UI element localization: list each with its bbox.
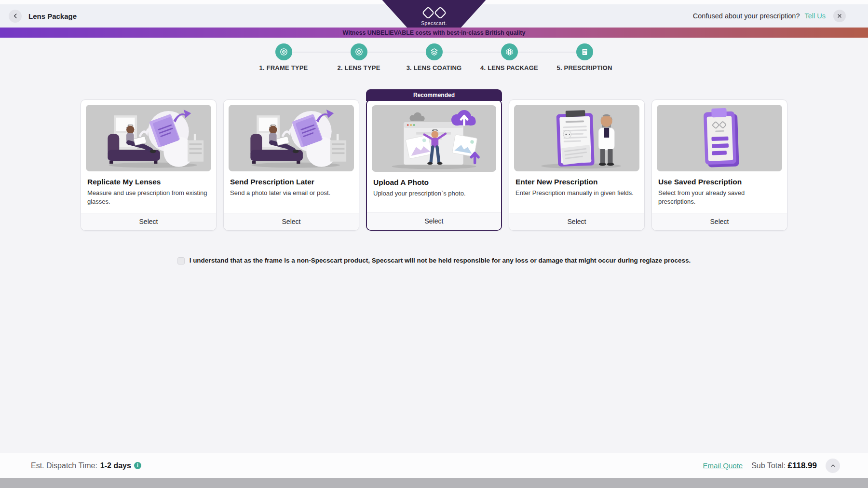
subtotal-label: Sub Total: bbox=[751, 461, 786, 470]
card-use-saved-prescription[interactable]: Use Saved Prescription Select from your … bbox=[651, 99, 787, 231]
step-label: 2. LENS TYPE bbox=[337, 64, 380, 71]
upload-illustration bbox=[372, 105, 496, 172]
help-text: Confused about your prescription? bbox=[693, 12, 800, 20]
card-title: Enter New Prescription bbox=[509, 171, 644, 189]
select-button[interactable]: Select bbox=[224, 213, 359, 230]
subtotal-value: £118.99 bbox=[787, 461, 817, 470]
saved-prescription-illustration bbox=[657, 105, 782, 171]
logo-text: Specscart. bbox=[421, 20, 447, 26]
card-replicate-my-lenses[interactable]: Replicate My Lenses Measure and use pres… bbox=[81, 99, 217, 231]
card-send-prescription-later[interactable]: Send Prescription Later Send a photo lat… bbox=[223, 99, 359, 231]
step-frame-type[interactable]: 1. FRAME TYPE bbox=[246, 43, 321, 71]
chevron-up-icon bbox=[830, 462, 836, 469]
recommended-badge: Recommended bbox=[366, 89, 502, 101]
dispatch-time: Est. Dispatch Time: 1-2 days i bbox=[31, 461, 141, 470]
step-lens-package[interactable]: 4. LENS PACKAGE bbox=[472, 43, 547, 71]
reglaze-disclaimer: I understand that as the frame is a non-… bbox=[0, 257, 868, 265]
enter-prescription-illustration bbox=[514, 105, 639, 171]
card-description: Measure and use prescription from existi… bbox=[81, 189, 216, 213]
promo-banner-text: Witness UNBELIEVABLE costs with best-in-… bbox=[343, 29, 526, 36]
header-left: Lens Package bbox=[9, 10, 77, 23]
prescription-icon bbox=[576, 43, 593, 60]
steps: 1. FRAME TYPE 2. LENS TYPE 3. LENS COATI… bbox=[246, 43, 622, 71]
select-button[interactable]: Select bbox=[652, 213, 787, 230]
replicate-illustration bbox=[86, 105, 211, 171]
infinity-glasses-icon bbox=[420, 6, 448, 20]
card-title: Send Prescription Later bbox=[224, 171, 359, 189]
select-button[interactable]: Select bbox=[509, 213, 644, 230]
disclaimer-text: I understand that as the frame is a non-… bbox=[190, 257, 691, 264]
step-label: 3. LENS COATING bbox=[407, 64, 462, 71]
page-title: Lens Package bbox=[28, 12, 77, 20]
footer-bar: Est. Dispatch Time: 1-2 days i Email Quo… bbox=[0, 453, 868, 478]
card-enter-new-prescription[interactable]: Enter New Prescription Enter Prescriptio… bbox=[509, 99, 645, 231]
collapse-summary-button[interactable] bbox=[826, 459, 840, 473]
step-lens-coating[interactable]: 3. LENS COATING bbox=[396, 43, 472, 71]
lens-type-icon bbox=[351, 43, 367, 60]
info-icon[interactable]: i bbox=[134, 462, 141, 469]
disclaimer-checkbox[interactable] bbox=[177, 257, 185, 265]
lens-package-page: Lens Package Confused about your prescri… bbox=[0, 0, 868, 488]
card-title: Upload A Photo bbox=[367, 172, 501, 189]
prescription-options: Replicate My Lenses Measure and use pres… bbox=[0, 99, 868, 231]
lens-package-icon bbox=[501, 43, 518, 60]
card-title: Replicate My Lenses bbox=[81, 171, 216, 189]
promo-banner: Witness UNBELIEVABLE costs with best-in-… bbox=[0, 28, 868, 38]
back-button[interactable] bbox=[9, 10, 22, 23]
card-description: Enter Prescription manually in given fie… bbox=[509, 189, 644, 213]
frame-type-icon bbox=[275, 43, 292, 60]
close-icon bbox=[837, 13, 842, 19]
step-prescription[interactable]: 5. PRESCRIPTION bbox=[547, 43, 622, 71]
chevron-left-icon bbox=[12, 13, 19, 19]
dispatch-value: 1-2 days bbox=[100, 461, 131, 470]
checkout-stepper: 1. FRAME TYPE 2. LENS TYPE 3. LENS COATI… bbox=[246, 43, 622, 71]
dispatch-label: Est. Dispatch Time: bbox=[31, 461, 97, 470]
email-quote-link[interactable]: Email Quote bbox=[703, 461, 743, 470]
screen-edge-strip bbox=[0, 478, 868, 488]
card-title: Use Saved Prescription bbox=[652, 171, 787, 189]
header-right: Confused about your prescription? Tell U… bbox=[693, 10, 846, 22]
card-description: Upload your prescription`s photo. bbox=[367, 189, 501, 212]
select-button[interactable]: Select bbox=[81, 213, 216, 230]
select-button[interactable]: Select bbox=[367, 212, 501, 230]
card-description: Select from your already saved prescript… bbox=[652, 189, 787, 213]
tell-us-link[interactable]: Tell Us bbox=[804, 12, 826, 20]
step-label: 1. FRAME TYPE bbox=[259, 64, 308, 71]
step-label: 4. LENS PACKAGE bbox=[480, 64, 538, 71]
send-later-illustration bbox=[229, 105, 354, 171]
step-lens-type[interactable]: 2. LENS TYPE bbox=[321, 43, 396, 71]
lens-coating-icon bbox=[426, 43, 443, 60]
footer-right: Email Quote Sub Total: £118.99 bbox=[703, 459, 840, 473]
card-description: Send a photo later via email or post. bbox=[224, 189, 359, 213]
card-upload-a-photo[interactable]: Recommended bbox=[366, 99, 502, 231]
subtotal: Sub Total: £118.99 bbox=[751, 461, 817, 471]
step-label: 5. PRESCRIPTION bbox=[557, 64, 612, 71]
close-button[interactable] bbox=[833, 10, 846, 22]
